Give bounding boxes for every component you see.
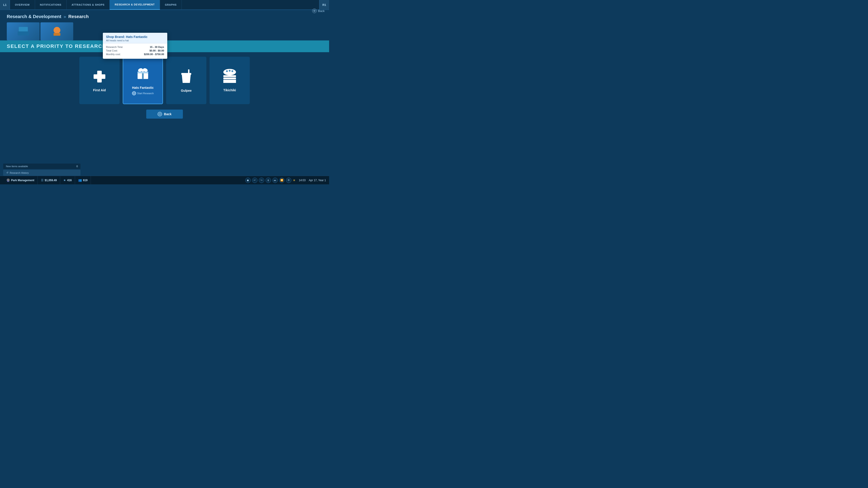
- speed-button[interactable]: ⏩: [279, 177, 285, 183]
- svg-point-22: [231, 70, 233, 72]
- stop-button[interactable]: ⏹: [245, 177, 251, 183]
- svg-rect-5: [94, 74, 105, 79]
- tooltip-header: Shop Brand: Hats Fantastic All heads nee…: [103, 33, 167, 43]
- pause-button[interactable]: ⏸: [266, 177, 271, 183]
- cup-icon: [179, 68, 194, 87]
- visitors-icon: 👥: [78, 178, 82, 182]
- preview-image-2: [50, 26, 64, 37]
- first-aid-icon: [92, 69, 107, 84]
- research-grid: First Aid: [7, 52, 322, 109]
- preview-thumb-1: [7, 22, 39, 40]
- priority-text: SELECT A PRIORITY TO RESEARCH: [7, 43, 106, 49]
- tooltip-total-cost-label: Total Cost:: [106, 49, 118, 52]
- money-icon: ☰: [41, 178, 43, 182]
- status-bar: 🎡 Park Management ☰ $1,059.49 ★ 416 👥 61…: [0, 176, 329, 184]
- tooltip-research-time-label: Research Time: [106, 46, 123, 48]
- hats-fantastic-icon: [135, 66, 151, 82]
- l1-button[interactable]: L1: [0, 0, 10, 10]
- svg-rect-24: [223, 77, 236, 79]
- cross-icon: [92, 69, 107, 87]
- tab-research-development[interactable]: RESEARCH & DEVELOPMENT: [110, 0, 160, 10]
- park-icon: 🎡: [6, 178, 10, 182]
- burger-icon: [221, 69, 238, 87]
- hats-fantastic-label: Hats Fantastic: [132, 86, 154, 90]
- back-top-right-button[interactable]: Back: [312, 8, 324, 13]
- svg-point-21: [229, 70, 230, 72]
- tooltip-total-cost-val: $0.00 - $0.00: [149, 49, 164, 52]
- new-items-val: 0: [76, 165, 78, 168]
- back-button-label: Back: [164, 112, 171, 116]
- tooltip-monthly-cost-row: Monthly cost: $200.00 - $750.00: [106, 53, 164, 56]
- tooltip-research-time-val: 15 - 30 Days: [150, 46, 164, 48]
- back-top-right-label: Back: [318, 9, 324, 13]
- tooltip-monthly-cost-label: Monthly cost:: [106, 53, 121, 56]
- visitors-value: 619: [83, 179, 88, 182]
- svg-rect-25: [223, 80, 236, 83]
- park-name: Park Management: [11, 179, 34, 182]
- breadcrumb-parent: Research & Development: [7, 14, 61, 19]
- main-content: Research & Development » Research: [0, 10, 329, 119]
- money-item: ☰ $1,059.49: [38, 176, 60, 184]
- tooltip-hats-fantastic: Shop Brand: Hats Fantastic All heads nee…: [103, 33, 167, 59]
- research-card-hats-fantastic[interactable]: Hats Fantastic Start Research: [123, 57, 163, 104]
- research-card-gulpee[interactable]: Gulpee: [166, 57, 206, 104]
- rating-item: ★ 416: [60, 176, 75, 184]
- svg-point-2: [54, 27, 60, 34]
- rating-value: 416: [67, 179, 72, 182]
- tikichiki-icon: [221, 69, 238, 84]
- sun-icon: ☀: [293, 178, 296, 182]
- undo-button[interactable]: ↩: [252, 177, 257, 183]
- back-button-container: Back: [7, 109, 322, 119]
- tooltip-research-time-row: Research Time 15 - 30 Days: [106, 46, 164, 48]
- tooltip-total-cost-row: Total Cost: $0.00 - $0.00: [106, 49, 164, 52]
- settings-button[interactable]: ⚙: [286, 177, 291, 183]
- history-label: Research History: [10, 171, 29, 174]
- history-icon: ↺: [6, 171, 8, 174]
- time-display: 14:03: [299, 179, 306, 182]
- tooltip-subtitle: All heads need a hat: [106, 39, 164, 42]
- tab-overview[interactable]: OVERVIEW: [10, 0, 35, 10]
- svg-rect-13: [138, 72, 148, 73]
- breadcrumb-current: Research: [68, 14, 89, 19]
- back-top-right-icon: [312, 8, 317, 13]
- back-button[interactable]: Back: [146, 109, 183, 119]
- svg-rect-3: [54, 33, 60, 36]
- tooltip-title: Shop Brand: Hats Fantastic: [106, 35, 164, 39]
- redo-button[interactable]: ↪: [259, 177, 264, 183]
- start-research-icon: [132, 91, 136, 95]
- money-value: $1,059.49: [45, 179, 57, 182]
- breadcrumb: Research & Development » Research: [7, 14, 322, 19]
- tab-attractions-shops[interactable]: ATTRACTIONS & SHOPS: [67, 0, 110, 10]
- svg-rect-18: [181, 73, 191, 75]
- breadcrumb-arrow: »: [64, 14, 66, 19]
- research-card-first-aid[interactable]: First Aid: [79, 57, 120, 104]
- gift-icon: [135, 66, 151, 84]
- first-aid-label: First Aid: [93, 88, 106, 92]
- tab-notifications[interactable]: NOTIFICATIONS: [35, 0, 67, 10]
- bottom-panel: New items available 0 ↺ Research History: [0, 164, 84, 176]
- research-history-button[interactable]: ↺ Research History: [3, 170, 81, 176]
- gulpee-label: Gulpee: [181, 89, 191, 92]
- svg-rect-23: [223, 75, 236, 77]
- park-name-item: 🎡 Park Management: [3, 176, 38, 184]
- back-button-icon: [158, 112, 162, 116]
- gulpee-icon: [179, 68, 194, 85]
- svg-point-29: [314, 10, 315, 11]
- play-button[interactable]: ⏭: [272, 177, 278, 183]
- r1-button[interactable]: R1: [319, 0, 329, 10]
- tab-graphs[interactable]: GRAPHS: [160, 0, 182, 10]
- date-display: Apr 17, Year 1: [309, 179, 326, 182]
- status-controls: ⏹ ↩ ↪ ⏸ ⏭ ⏩ ⚙ ☀ 14:03 Apr 17, Year 1: [245, 177, 326, 183]
- svg-point-27: [159, 113, 160, 115]
- new-items-row: New items available 0: [3, 164, 81, 169]
- research-card-tikichiki[interactable]: Tikichiki: [210, 57, 250, 104]
- tikichiki-label: Tikichiki: [223, 88, 236, 92]
- svg-rect-1: [18, 31, 29, 35]
- tooltip-body: Research Time 15 - 30 Days Total Cost: $…: [103, 43, 167, 59]
- svg-rect-12: [142, 73, 144, 79]
- preview-image-1: [17, 26, 30, 37]
- svg-point-20: [226, 70, 228, 72]
- tooltip-monthly-cost-val: $200.00 - $750.00: [144, 53, 164, 56]
- hats-fantastic-action[interactable]: Start Research: [132, 91, 154, 95]
- preview-thumb-2: [40, 22, 73, 40]
